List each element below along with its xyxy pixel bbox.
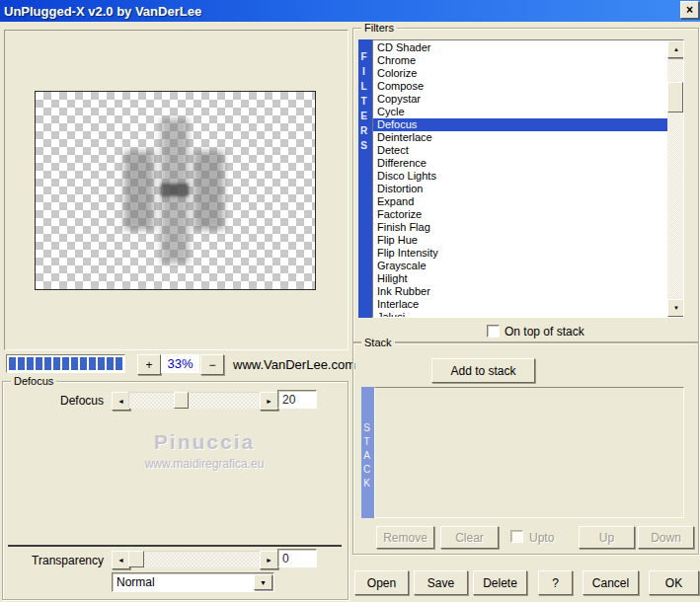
transparency-slider-track[interactable] [128, 551, 260, 567]
transparency-value-input[interactable] [277, 549, 317, 567]
filter-list-item[interactable]: Disco Lights [373, 170, 667, 183]
watermark-name: Pinuccia [81, 430, 328, 454]
defocus-slider-thumb[interactable] [174, 392, 189, 409]
up-button[interactable]: Up [579, 526, 635, 549]
zoom-in-button[interactable]: + [137, 354, 161, 375]
filter-list-item[interactable]: Factorize [373, 208, 667, 221]
filter-list-item[interactable]: Finish Flag [373, 221, 667, 234]
stack-vertical-strip: STACK [361, 387, 374, 518]
defocus-slider-right-arrow-icon[interactable]: ► [260, 392, 278, 411]
filters-vertical-strip: FILTERS [358, 39, 372, 318]
add-to-stack-button[interactable]: Add to stack [431, 358, 535, 383]
defocus-value-input[interactable] [277, 390, 317, 409]
scrollbar-up-icon[interactable]: ▲ [667, 40, 684, 58]
filters-listbox[interactable]: CD ShaderChromeColorizeComposeCopystarCy… [372, 39, 684, 318]
filter-list-item[interactable]: Jalusi [373, 311, 667, 318]
preview-panel [4, 30, 349, 350]
filter-list-item[interactable]: Hilight [373, 272, 667, 285]
help-button[interactable]: ? [538, 570, 573, 595]
remove-button[interactable]: Remove [376, 526, 434, 549]
blend-mode-value: Normal [117, 575, 155, 589]
filter-list-item[interactable]: Cycle [373, 106, 667, 118]
defocus-group-title: Defocus [11, 375, 56, 387]
open-button[interactable]: Open [354, 570, 409, 595]
filter-list-item[interactable]: Copystar [373, 93, 667, 106]
window-title: UnPlugged-X v2.0 by VanDerLee [0, 4, 201, 19]
preview-image [35, 91, 316, 290]
scrollbar-down-icon[interactable]: ▼ [667, 299, 684, 317]
close-icon[interactable]: × [680, 1, 699, 19]
filter-list-item[interactable]: Difference [373, 157, 667, 170]
delete-button[interactable]: Delete [473, 570, 527, 595]
upto-checkbox[interactable] [510, 530, 523, 543]
unplugged-x-dialog: UnPlugged-X v2.0 by VanDerLee × + 33% − … [0, 0, 700, 602]
filter-list-item[interactable]: Distortion [373, 183, 667, 195]
scrollbar-thumb[interactable] [667, 82, 683, 113]
titlebar: UnPlugged-X v2.0 by VanDerLee [0, 0, 700, 22]
watermark-site: www.maidiregrafica.eu [81, 457, 328, 471]
upto-label: Upto [529, 531, 554, 545]
blend-mode-select[interactable]: Normal ▼ [112, 572, 274, 592]
filter-list-item[interactable]: Defocus [373, 118, 667, 131]
defocus-slider-track[interactable] [128, 392, 260, 409]
filter-list-item[interactable]: Flip Intensity [373, 247, 667, 260]
progress-bar [6, 354, 125, 373]
zoom-out-button[interactable]: − [200, 354, 224, 375]
filters-scrollbar[interactable]: ▲ ▼ [667, 40, 683, 317]
filters-group-title: Filters [361, 22, 397, 34]
transparency-slider-thumb[interactable] [128, 551, 144, 567]
filter-list-item[interactable]: Colorize [373, 67, 667, 80]
preview-blur-shape-center [161, 184, 189, 196]
vanderlee-link[interactable]: www.VanDerLee.com [233, 357, 355, 372]
filter-list-item[interactable]: Chrome [373, 54, 667, 67]
filter-list-item[interactable]: Detect [373, 144, 667, 157]
on-top-of-stack-checkbox[interactable] [487, 325, 500, 338]
divider-line [8, 545, 342, 547]
filter-list-item[interactable]: Interlace [373, 298, 667, 311]
clear-button[interactable]: Clear [440, 526, 499, 549]
transparency-slider-right-arrow-icon[interactable]: ► [260, 551, 278, 569]
filter-list-item[interactable]: Ink Rubber [373, 285, 667, 298]
filter-list-item[interactable]: CD Shader [373, 41, 667, 54]
filter-list-item[interactable]: Grayscale [373, 260, 667, 272]
save-button[interactable]: Save [414, 570, 468, 595]
on-top-of-stack-label: On top of stack [505, 325, 584, 339]
zoom-percentage: 33% [161, 354, 199, 373]
filter-list-item[interactable]: Deinterlace [373, 131, 667, 144]
preview-blur-shape-right [194, 151, 224, 230]
progress-bar-fill [9, 357, 122, 370]
ok-button[interactable]: OK [649, 570, 699, 595]
transparency-label: Transparency [10, 554, 104, 567]
preview-blur-shape-left [124, 151, 154, 230]
stack-group-title: Stack [361, 337, 395, 348]
filter-list-item[interactable]: Expand [373, 195, 667, 208]
stack-list[interactable] [374, 387, 684, 518]
down-button[interactable]: Down [638, 526, 694, 549]
blend-mode-dropdown-arrow-icon[interactable]: ▼ [254, 574, 272, 590]
defocus-slider-label: Defocus [15, 394, 104, 408]
filters-list: CD ShaderChromeColorizeComposeCopystarCy… [373, 41, 667, 318]
cancel-button[interactable]: Cancel [583, 570, 639, 595]
filter-list-item[interactable]: Compose [373, 80, 667, 93]
filter-list-item[interactable]: Flip Hue [373, 234, 667, 247]
